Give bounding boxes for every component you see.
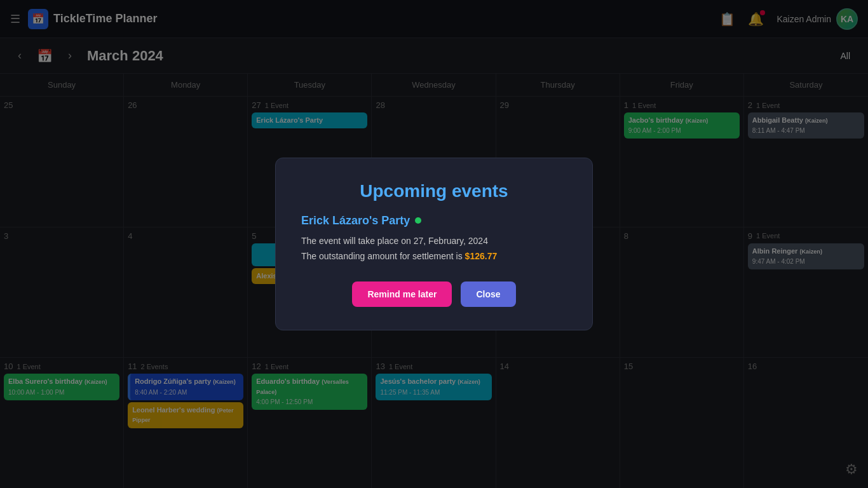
modal-title: Upcoming events [301,181,567,201]
remind-me-later-button[interactable]: Remind me later [352,281,452,307]
modal-overlay: Upcoming events Erick Lázaro's Party The… [0,0,868,488]
outstanding-text: The outstanding amount for settlement is… [301,249,567,264]
upcoming-events-modal: Upcoming events Erick Lázaro's Party The… [275,158,593,331]
event-status-dot [415,217,421,224]
modal-description: The event will take place on 27, Februar… [301,234,567,264]
close-modal-button[interactable]: Close [461,281,515,307]
outstanding-amount: $126.77 [465,251,498,261]
modal-event-name: Erick Lázaro's Party [301,214,567,227]
modal-actions: Remind me later Close [301,281,567,307]
